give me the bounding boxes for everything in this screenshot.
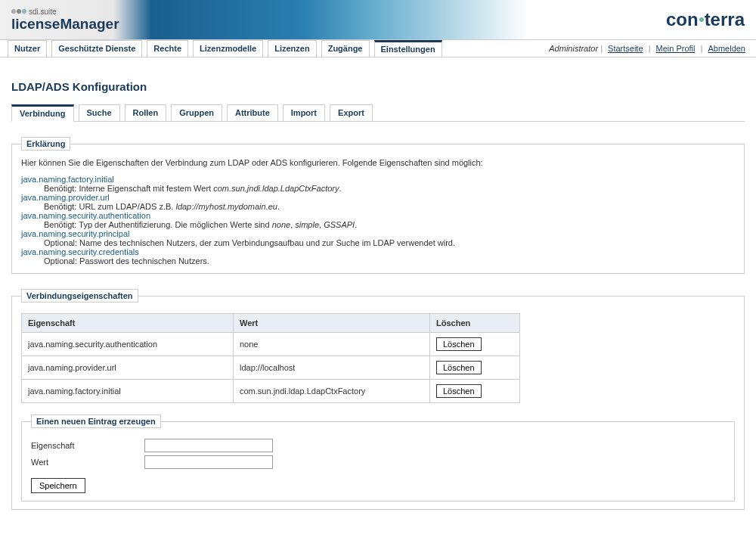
logo-left: sdi.suite licenseManager xyxy=(11,8,119,33)
row1-value: ldap://localhost xyxy=(234,356,430,380)
prop1-desc: Benötigt: Interne Eigenschaft mit festem… xyxy=(44,184,735,193)
company-dot-icon xyxy=(699,17,704,22)
label-wert: Wert xyxy=(31,458,144,467)
subtab-gruppen[interactable]: Gruppen xyxy=(171,104,222,122)
new-entry-fieldset: Einen neuen Eintrag erzeugen Eigenschaft… xyxy=(21,414,735,501)
table-row: java.naming.factory.initial com.sun.jndi… xyxy=(22,380,520,403)
subtab-import[interactable]: Import xyxy=(283,104,325,122)
row1-name: java.naming.provider.url xyxy=(22,356,234,380)
link-mein-profil[interactable]: Mein Profil xyxy=(656,44,696,53)
app-header: sdi.suite licenseManager conterra xyxy=(0,0,756,39)
col-eigenschaft: Eigenschaft xyxy=(22,314,234,333)
save-button[interactable]: Speichern xyxy=(31,478,85,493)
delete-button[interactable]: Löschen xyxy=(436,384,482,398)
eigenschaft-input[interactable] xyxy=(144,439,273,452)
props-table: Eigenschaft Wert Löschen java.naming.sec… xyxy=(21,313,520,403)
prop2-name: java.naming.provider.url xyxy=(21,193,735,202)
tab-einstellungen[interactable]: Einstellungen xyxy=(374,40,442,57)
content: LDAP/ADS Konfiguration Verbindung Suche … xyxy=(0,57,756,521)
prop4-desc: Optional: Name des technischen Nutzers, … xyxy=(44,238,735,247)
subtab-attribute[interactable]: Attribute xyxy=(227,104,278,122)
wert-input[interactable] xyxy=(144,455,273,469)
prop5-desc: Optional: Passwort des technischen Nutze… xyxy=(44,256,735,265)
subtab-export[interactable]: Export xyxy=(330,104,373,122)
subtab-suche[interactable]: Suche xyxy=(79,104,120,122)
administrator-label: Administrator xyxy=(549,44,598,53)
topbar: Nutzer Geschützte Dienste Rechte Lizenzm… xyxy=(0,39,756,57)
delete-button[interactable]: Löschen xyxy=(436,361,482,374)
prop4-name: java.naming.security.principal xyxy=(21,229,735,238)
explain-fieldset: Erklärung Hier können Sie die Eigenschaf… xyxy=(11,137,745,274)
page-title: LDAP/ADS Konfiguration xyxy=(11,80,745,93)
link-startseite[interactable]: Startseite xyxy=(608,44,643,53)
prop1-name: java.naming.factory.initial xyxy=(21,175,735,184)
link-abmelden[interactable]: Abmelden xyxy=(708,44,745,53)
props-fieldset: Verbindungseigenschaften Eigenschaft Wer… xyxy=(11,289,745,510)
tab-lizenzen[interactable]: Lizenzen xyxy=(268,40,316,57)
company-prefix: con xyxy=(666,9,699,30)
logo-right: conterra xyxy=(666,9,745,30)
row2-name: java.naming.factory.initial xyxy=(22,380,234,403)
table-row: java.naming.provider.url ldap://localhos… xyxy=(22,356,520,380)
subtab-rollen[interactable]: Rollen xyxy=(125,104,167,122)
brand-label: licenseManager xyxy=(11,16,119,33)
suite-dots-icon xyxy=(11,9,26,14)
table-row: java.naming.security.authentication none… xyxy=(22,333,520,356)
tab-zugaenge[interactable]: Zugänge xyxy=(321,40,370,57)
user-links: Administrator | Startseite | Mein Profil… xyxy=(549,44,756,53)
col-loeschen: Löschen xyxy=(430,314,520,333)
prop2-desc: Benötigt: URL zum LDAP/ADS z.B. ldap://m… xyxy=(44,202,735,211)
tab-nutzer[interactable]: Nutzer xyxy=(8,40,47,57)
label-eigenschaft: Eigenschaft xyxy=(31,441,144,450)
main-tabs: Nutzer Geschützte Dienste Rechte Lizenzm… xyxy=(0,41,442,57)
props-legend: Verbindungseigenschaften xyxy=(21,289,138,303)
subtab-verbindung[interactable]: Verbindung xyxy=(11,104,74,122)
row0-value: none xyxy=(234,333,430,356)
row2-value: com.sun.jndi.ldap.LdapCtxFactory xyxy=(234,380,430,403)
prop5-name: java.naming.security.credentials xyxy=(21,247,735,256)
explain-legend: Erklärung xyxy=(21,137,70,151)
row0-name: java.naming.security.authentication xyxy=(22,333,234,356)
delete-button[interactable]: Löschen xyxy=(436,337,482,351)
tab-geschuetzte-dienste[interactable]: Geschützte Dienste xyxy=(51,40,142,57)
tab-lizenzmodelle[interactable]: Lizenzmodelle xyxy=(193,40,263,57)
new-entry-legend: Einen neuen Eintrag erzeugen xyxy=(31,414,161,428)
suite-label: sdi.suite xyxy=(29,8,57,16)
explain-intro: Hier können Sie die Eigenschaften der Ve… xyxy=(21,158,735,167)
tab-rechte[interactable]: Rechte xyxy=(147,40,188,57)
col-wert: Wert xyxy=(234,314,430,333)
prop3-desc: Benötigt: Typ der Authentifizierung. Die… xyxy=(44,220,735,229)
company-suffix: terra xyxy=(705,9,745,30)
sub-tabs: Verbindung Suche Rollen Gruppen Attribut… xyxy=(11,104,745,122)
prop3-name: java.naming.security.authentication xyxy=(21,211,735,220)
